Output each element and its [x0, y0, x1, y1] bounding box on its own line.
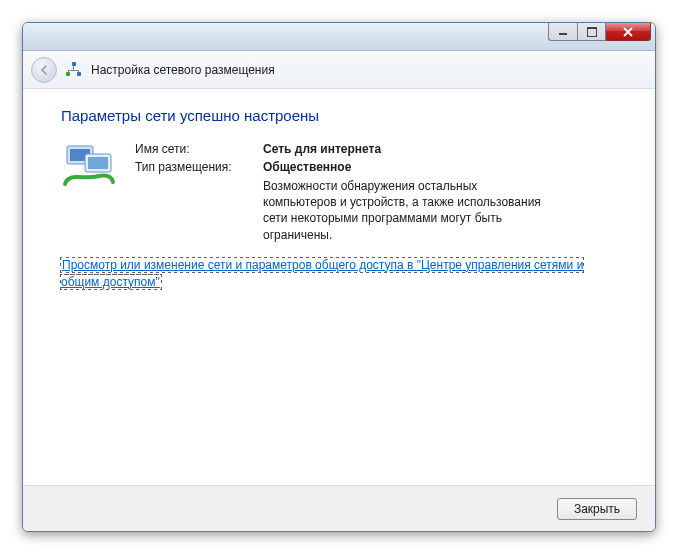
back-button[interactable] — [31, 57, 57, 83]
titlebar[interactable] — [23, 23, 655, 51]
network-name-label: Имя сети: — [135, 142, 263, 156]
close-window-button[interactable] — [606, 23, 651, 41]
network-center-link[interactable]: Просмотр или изменение сети и параметров… — [61, 258, 583, 289]
window-controls — [548, 23, 651, 41]
network-computers-icon — [61, 142, 119, 243]
header-title: Настройка сетевого размещения — [91, 63, 275, 77]
network-icon — [65, 62, 83, 78]
close-button[interactable]: Закрыть — [557, 498, 637, 520]
location-type-label: Тип размещения: — [135, 160, 263, 174]
main-heading: Параметры сети успешно настроены — [61, 107, 617, 124]
info-grid: Имя сети: Сеть для интернета Тип размеще… — [135, 142, 617, 243]
location-description: Возможности обнаружения остальных компью… — [263, 178, 553, 243]
dialog-window: Настройка сетевого размещения Параметры … — [22, 22, 656, 532]
content-area: Параметры сети успешно настроены Имя сет… — [23, 89, 655, 290]
network-info-row: Имя сети: Сеть для интернета Тип размеще… — [61, 142, 617, 243]
location-type-row: Тип размещения: Общественное — [135, 160, 617, 174]
svg-rect-3 — [88, 157, 108, 169]
footer-bar: Закрыть — [23, 485, 655, 531]
header-bar: Настройка сетевого размещения — [23, 51, 655, 89]
network-name-value: Сеть для интернета — [263, 142, 381, 156]
network-name-row: Имя сети: Сеть для интернета — [135, 142, 617, 156]
link-row: Просмотр или изменение сети и параметров… — [61, 257, 617, 291]
minimize-button[interactable] — [548, 23, 577, 41]
maximize-button[interactable] — [577, 23, 606, 41]
location-type-value: Общественное — [263, 160, 351, 174]
